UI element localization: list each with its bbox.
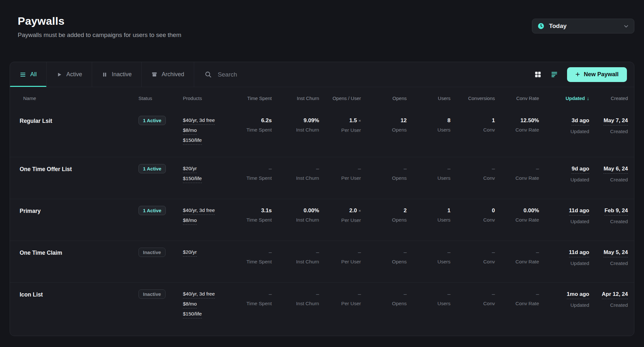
table-row[interactable]: Primary1 Active$40/yr, 3d free$8/mo3.1sT… — [10, 199, 634, 241]
name-cell: Regular Lsit — [20, 117, 138, 124]
product-item[interactable]: $20/yr — [183, 249, 197, 257]
product-item[interactable]: $150/life — [183, 137, 202, 145]
stat-label: Conv — [483, 217, 495, 223]
column-header-status[interactable]: Status — [138, 96, 183, 101]
stat-cell-per-user: –Per User — [319, 249, 361, 265]
column-header-name[interactable]: Name — [20, 96, 138, 101]
stat-cell-time-spent: –Time Spent — [246, 291, 272, 306]
stat-cell-per-user: 2.0×Per User — [319, 207, 361, 223]
column-header-time-spent[interactable]: Time Spent — [246, 96, 272, 101]
paywall-name: One Time Offer List — [20, 166, 72, 172]
created-value[interactable]: Apr 12, 24 — [602, 291, 628, 299]
stat-cell-opens: 2Opens — [361, 207, 407, 223]
stat-value: 3.1s — [261, 207, 272, 214]
column-header-users[interactable]: Users — [407, 96, 450, 101]
products-cell: $40/yr, 3d free$8/mo — [183, 207, 246, 227]
paywall-name: Icon List — [20, 291, 43, 298]
stat-value: – — [316, 291, 319, 297]
stat-label: Per User — [341, 301, 361, 306]
grid-view-icon[interactable] — [534, 71, 542, 78]
status-cell: Inactive — [138, 291, 183, 299]
updated-value[interactable]: 11d ago — [569, 207, 589, 215]
tab-label: All — [30, 71, 37, 78]
tab-all[interactable]: All — [10, 62, 47, 87]
stat-label: Per User — [341, 259, 361, 265]
stat-cell-opens: 12Opens — [361, 117, 407, 133]
stat-label: Time Spent — [246, 175, 272, 181]
stat-cell-time-spent: 6.2sTime Spent — [246, 117, 272, 133]
created-cell: May 6, 24Created — [589, 166, 628, 183]
stat-label: Opens — [392, 259, 407, 265]
column-header-opens-user[interactable]: Opens / User — [319, 96, 361, 101]
stat-label: Opens — [392, 127, 407, 133]
column-header-created[interactable]: Created — [589, 96, 628, 101]
stat-label: Conv — [483, 127, 495, 133]
page-header-text: Paywalls Paywalls must be added to campa… — [18, 15, 181, 39]
stat-value: 0.00% — [524, 207, 539, 214]
stat-value: – — [536, 291, 539, 297]
status-cell: Inactive — [138, 249, 183, 257]
search-box — [194, 62, 534, 87]
stat-label: Created — [610, 260, 628, 266]
product-item[interactable]: $8/mo — [183, 217, 197, 225]
tab-active[interactable]: Active — [47, 62, 92, 87]
stat-value: – — [269, 249, 272, 256]
created-cell: Feb 9, 24Created — [589, 207, 628, 224]
table-row[interactable]: One Time ClaimInactive$20/yr–Time Spent–… — [10, 241, 634, 282]
product-item[interactable]: $150/life — [183, 176, 202, 183]
product-item[interactable]: $40/yr, 3d free — [183, 117, 215, 125]
tab-archived[interactable]: Archived — [142, 62, 194, 87]
product-item[interactable]: $8/mo — [183, 127, 197, 135]
stat-label: Time Spent — [246, 301, 272, 306]
updated-value[interactable]: 3d ago — [572, 117, 589, 125]
stat-value: – — [492, 249, 495, 256]
stat-label: Created — [610, 177, 628, 183]
updated-value[interactable]: 9d ago — [572, 166, 589, 174]
updated-value[interactable]: 1mo ago — [567, 291, 589, 299]
table-row[interactable]: Regular Lsit1 Active$40/yr, 3d free$8/mo… — [10, 109, 634, 157]
search-input[interactable] — [218, 71, 531, 78]
column-header-products[interactable]: Products — [183, 96, 246, 101]
stat-cell-users: 8Users — [407, 117, 450, 133]
list-view-icon[interactable] — [551, 71, 558, 78]
column-header-conv-rate[interactable]: Conv Rate — [495, 96, 539, 101]
date-filter-dropdown[interactable]: Today — [532, 19, 634, 33]
toolbar-right: + New Paywall — [534, 62, 634, 87]
updated-value[interactable]: 11d ago — [569, 249, 589, 257]
stat-value: – — [448, 291, 450, 297]
product-item[interactable]: $150/life — [183, 311, 202, 318]
stat-value: – — [492, 291, 495, 297]
name-cell: One Time Offer List — [20, 166, 138, 173]
table-row[interactable]: One Time Offer List1 Active$20/yr$150/li… — [10, 157, 634, 199]
stat-cell-inst-churn: –Inst Churn — [272, 166, 319, 181]
stat-label: Conv Rate — [516, 259, 539, 265]
column-header-updated[interactable]: Updated↓ — [539, 96, 589, 101]
column-header-opens[interactable]: Opens — [361, 96, 407, 101]
product-item[interactable]: $40/yr, 3d free — [183, 207, 215, 215]
stat-cell-users: –Users — [407, 249, 450, 265]
created-value[interactable]: Feb 9, 24 — [604, 207, 628, 215]
paywalls-page: Paywalls Paywalls must be added to campa… — [0, 0, 644, 347]
updated-cell: 1mo agoUpdated — [539, 291, 589, 308]
column-header-inst-churn[interactable]: Inst Churn — [272, 96, 319, 101]
product-item[interactable]: $8/mo — [183, 301, 197, 308]
stat-value: 1 — [492, 117, 495, 124]
stat-value: – — [448, 249, 450, 256]
stat-value: – — [448, 166, 450, 172]
column-header-conversions[interactable]: Conversions — [450, 96, 495, 101]
tab-inactive[interactable]: Inactive — [92, 62, 142, 87]
created-value[interactable]: May 6, 24 — [603, 166, 628, 174]
product-item[interactable]: $20/yr — [183, 166, 197, 173]
product-item[interactable]: $40/yr, 3d free — [183, 291, 215, 298]
pause-icon — [102, 72, 108, 78]
created-value[interactable]: May 7, 24 — [603, 117, 628, 125]
stat-value: – — [404, 166, 407, 172]
table-toolbar: AllActiveInactiveArchived + New Paywall — [10, 62, 634, 87]
status-badge: 1 Active — [138, 116, 166, 125]
name-cell: Primary — [20, 207, 138, 215]
new-paywall-button[interactable]: + New Paywall — [567, 67, 627, 82]
table-row[interactable]: Icon ListInactive$40/yr, 3d free$8/mo$15… — [10, 282, 634, 331]
created-value[interactable]: May 5, 24 — [603, 249, 628, 257]
stat-value: – — [316, 166, 319, 172]
multiplier-suffix: × — [358, 118, 361, 123]
